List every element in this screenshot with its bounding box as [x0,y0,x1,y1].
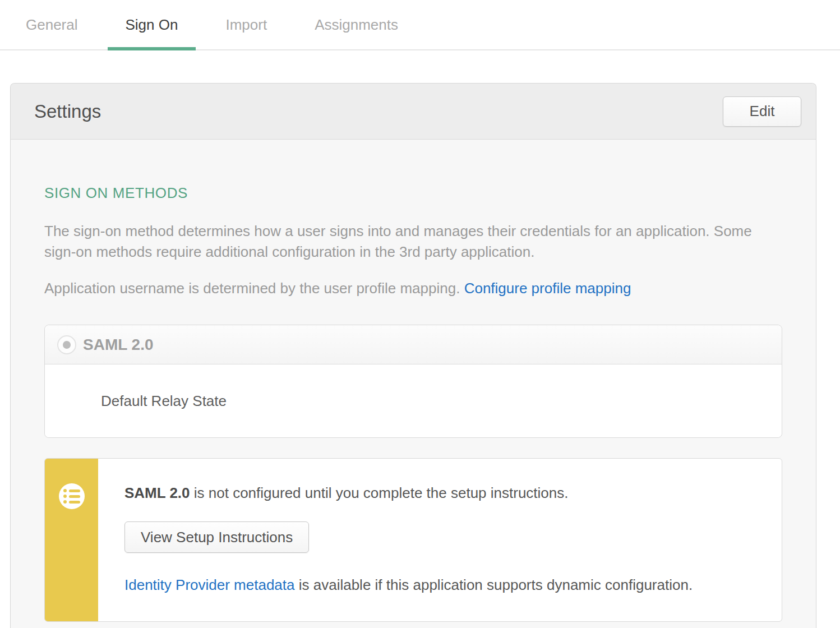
alert-message-text: is not configured until you complete the… [190,484,569,501]
sign-on-methods-heading: SIGN ON METHODS [44,184,782,202]
settings-panel: Settings Edit SIGN ON METHODS The sign-o… [10,83,816,628]
app-tabbar: General Sign On Import Assignments [0,0,840,50]
saml-setup-alert: SAML 2.0 is not configured until you com… [44,458,782,622]
sign-on-description: The sign-on method determines how a user… [44,221,782,262]
saml-method-header: SAML 2.0 [45,325,782,364]
settings-panel-header: Settings Edit [11,84,816,140]
page-title: Settings [34,101,101,122]
identity-provider-metadata-link[interactable]: Identity Provider metadata [124,576,295,593]
list-icon [59,483,85,509]
view-setup-instructions-button[interactable]: View Setup Instructions [124,521,309,553]
tab-import[interactable]: Import [207,0,285,49]
alert-content: SAML 2.0 is not configured until you com… [98,459,782,621]
default-relay-state-label: Default Relay State [101,392,227,410]
configure-profile-mapping-link[interactable]: Configure profile mapping [464,280,631,297]
settings-panel-body: SIGN ON METHODS The sign-on method deter… [11,140,816,622]
username-mapping-text: Application username is determined by th… [44,280,464,297]
saml-method-box: SAML 2.0 Default Relay State [44,325,782,438]
metadata-line-text: is available if this application support… [295,576,693,593]
tab-general[interactable]: General [8,0,96,49]
username-mapping-description: Application username is determined by th… [44,278,782,299]
saml-method-body: Default Relay State [45,364,782,437]
saml-method-label: SAML 2.0 [83,336,154,354]
tab-sign-on[interactable]: Sign On [108,0,196,49]
alert-message-bold: SAML 2.0 [124,484,190,501]
alert-accent-strip [45,459,98,621]
edit-button[interactable]: Edit [723,96,801,127]
alert-message: SAML 2.0 is not configured until you com… [124,484,759,501]
saml-radio[interactable] [57,335,76,354]
metadata-line: Identity Provider metadata is available … [124,576,759,593]
radio-selected-dot [63,341,71,349]
tab-assignments[interactable]: Assignments [297,0,416,49]
